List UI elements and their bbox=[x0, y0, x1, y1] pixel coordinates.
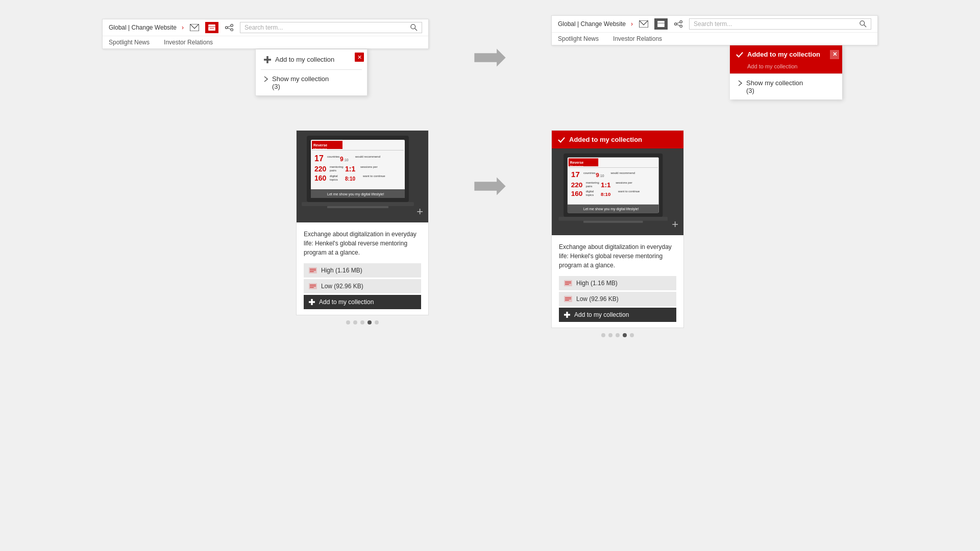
svg-point-17 bbox=[680, 20, 682, 22]
card-image-right: Reverse Mentoring 17 countries 9 :10 wou… bbox=[552, 148, 683, 235]
dropdown-show-count: (3) bbox=[272, 83, 329, 90]
add-btn-left[interactable]: Add to my collection bbox=[304, 295, 421, 309]
svg-rect-29 bbox=[312, 150, 404, 151]
svg-text::10: :10 bbox=[344, 158, 349, 162]
dot-5-left[interactable] bbox=[375, 320, 379, 324]
page-container: Global | Change Website › bbox=[0, 0, 980, 551]
nav-spotlight-left[interactable]: Spotlight News bbox=[109, 39, 150, 46]
svg-rect-84 bbox=[583, 221, 643, 223]
svg-text:160: 160 bbox=[571, 190, 583, 197]
dot-1-left[interactable] bbox=[346, 320, 350, 324]
svg-text:mentoring: mentoring bbox=[330, 165, 344, 168]
dot-4-right[interactable] bbox=[623, 333, 627, 337]
dot-3-left[interactable] bbox=[360, 320, 364, 324]
checkmark-icon-card-right bbox=[558, 136, 565, 143]
add-btn-right[interactable]: Add to my collection bbox=[559, 308, 676, 322]
add-icon bbox=[264, 56, 271, 63]
collection-icon-right[interactable] bbox=[654, 18, 668, 30]
svg-text:220: 220 bbox=[571, 181, 583, 189]
show-collection-item-right[interactable]: Show my collection (3) bbox=[730, 74, 842, 99]
high-btn-right[interactable]: High (1.16 MB) bbox=[559, 276, 676, 290]
dot-5-right[interactable] bbox=[630, 333, 634, 337]
dots-left bbox=[346, 320, 379, 324]
svg-point-9 bbox=[411, 24, 415, 29]
card-plus-right[interactable]: + bbox=[672, 218, 678, 231]
added-banner-right: Added to my collection bbox=[747, 51, 820, 58]
share-icon-right[interactable] bbox=[673, 19, 684, 29]
chevron-right-icon-left bbox=[264, 76, 268, 82]
svg-point-18 bbox=[680, 25, 682, 27]
svg-text:sessions per: sessions per bbox=[616, 181, 632, 184]
dot-2-right[interactable] bbox=[608, 333, 612, 337]
collection-icon-left[interactable] bbox=[205, 22, 218, 33]
card-title-right: Exchange about digitalization in everyda… bbox=[559, 242, 676, 270]
add-label-left: Add to my collection bbox=[319, 298, 374, 306]
svg-text:topics: topics bbox=[330, 178, 338, 181]
svg-text:topics: topics bbox=[586, 193, 594, 196]
svg-text:1:1: 1:1 bbox=[345, 165, 355, 173]
svg-rect-58 bbox=[309, 301, 315, 303]
svg-rect-47 bbox=[302, 202, 414, 206]
svg-rect-94 bbox=[564, 314, 570, 315]
svg-text:would recommend: would recommend bbox=[610, 171, 635, 174]
svg-text:countries: countries bbox=[327, 155, 339, 158]
dot-4-left[interactable] bbox=[368, 320, 372, 324]
svg-point-4 bbox=[231, 24, 233, 26]
file-icon-low-right bbox=[564, 296, 572, 302]
high-label-left: High (1.16 MB) bbox=[321, 267, 362, 274]
dot-1-right[interactable] bbox=[601, 333, 605, 337]
dot-2-left[interactable] bbox=[353, 320, 357, 324]
card-plus-left[interactable]: + bbox=[416, 205, 423, 218]
dot-3-right[interactable] bbox=[616, 333, 620, 337]
svg-rect-1 bbox=[208, 24, 215, 31]
low-btn-right[interactable]: Low (92.96 KB) bbox=[559, 292, 676, 306]
bottom-section: Reverse Mentoring 17 countries 9 :10 wou… bbox=[15, 130, 965, 337]
dropdown-show-item[interactable]: Show my collection (3) bbox=[256, 70, 367, 95]
bottom-right-unit: Added to my collection Reverse Mentoring… bbox=[551, 130, 684, 337]
file-icon-low-left bbox=[309, 283, 317, 289]
search-placeholder-right: Search term... bbox=[694, 20, 860, 28]
card-right: Added to my collection Reverse Mentoring… bbox=[551, 130, 684, 328]
search-box-right[interactable]: Search term... bbox=[689, 18, 871, 30]
mail-icon-left[interactable] bbox=[189, 22, 200, 33]
svg-rect-48 bbox=[327, 206, 388, 208]
share-icon-left[interactable] bbox=[224, 22, 235, 33]
low-label-right: Low (92.96 KB) bbox=[576, 295, 619, 303]
nav-spotlight-right[interactable]: Spotlight News bbox=[558, 35, 599, 42]
dropdown-panel-left: ✕ Add to my collection Show my collectio… bbox=[255, 49, 368, 96]
card-image-left: Reverse Mentoring 17 countries 9 :10 wou… bbox=[297, 131, 428, 222]
svg-line-7 bbox=[228, 26, 231, 27]
close-btn-added-right[interactable]: ✕ bbox=[830, 50, 839, 59]
search-box-left[interactable]: Search term... bbox=[240, 22, 422, 33]
added-sub-right: Add to my collection bbox=[730, 63, 842, 73]
show-collection-label-right: Show my collection bbox=[746, 79, 803, 87]
svg-text:160: 160 bbox=[314, 174, 327, 182]
dots-right bbox=[601, 333, 634, 337]
dropdown-add-item[interactable]: Add to my collection bbox=[256, 49, 367, 69]
show-collection-count-right: (3) bbox=[746, 87, 803, 94]
region-label-left: Global | Change Website bbox=[109, 24, 177, 31]
svg-line-23 bbox=[864, 25, 866, 27]
svg-text:8:10: 8:10 bbox=[601, 191, 610, 197]
svg-text:mentoring: mentoring bbox=[586, 181, 599, 184]
card-added-label-right: Added to my collection bbox=[569, 136, 642, 143]
svg-text:want to continue: want to continue bbox=[362, 174, 385, 178]
high-btn-left[interactable]: High (1.16 MB) bbox=[304, 263, 421, 278]
svg-point-5 bbox=[231, 29, 233, 31]
add-icon-left bbox=[309, 299, 315, 305]
svg-text:Let me show you my digital lif: Let me show you my digital lifestyle! bbox=[583, 207, 639, 211]
bottom-arrow bbox=[470, 171, 510, 202]
card-content-right: Exchange about digitalization in everyda… bbox=[552, 235, 683, 328]
svg-point-6 bbox=[226, 27, 228, 29]
svg-text:1:1: 1:1 bbox=[601, 181, 611, 189]
nav-investor-right[interactable]: Investor Relations bbox=[613, 35, 662, 42]
mail-icon-right[interactable] bbox=[638, 19, 649, 29]
nav-investor-left[interactable]: Investor Relations bbox=[164, 39, 213, 46]
region-label-right: Global | Change Website bbox=[558, 20, 626, 28]
close-btn-left[interactable]: ✕ bbox=[355, 53, 364, 62]
svg-rect-12 bbox=[266, 56, 268, 63]
low-btn-left[interactable]: Low (92.96 KB) bbox=[304, 279, 421, 293]
svg-text:sessions per: sessions per bbox=[360, 165, 378, 168]
svg-line-8 bbox=[228, 28, 231, 29]
svg-text:pairs: pairs bbox=[330, 169, 336, 172]
